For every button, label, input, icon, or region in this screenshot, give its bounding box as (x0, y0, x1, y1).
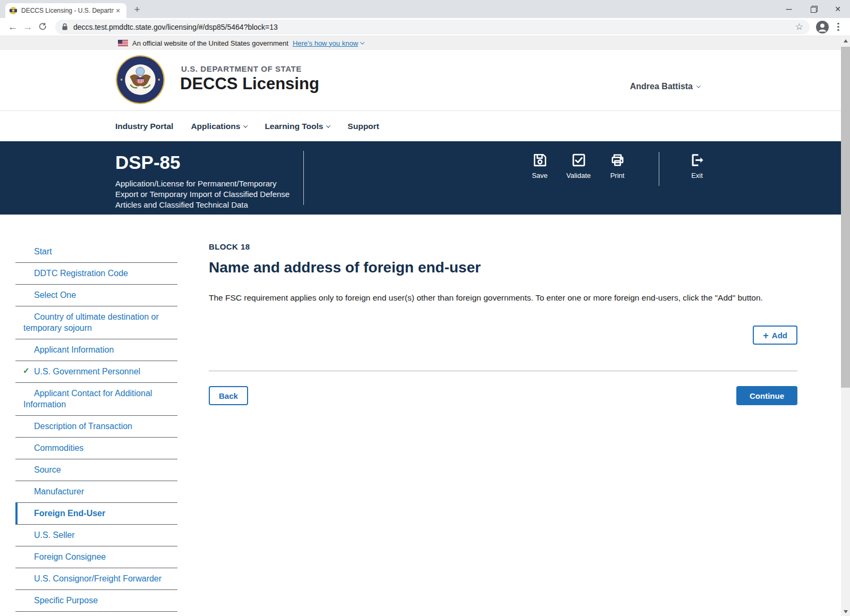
page-content: Start DDTC Registration Code Select One … (0, 215, 850, 616)
how-you-know-link[interactable]: Here's how you know (293, 39, 364, 47)
main-panel: BLOCK 18 Name and address of foreign end… (209, 242, 797, 405)
print-icon (609, 152, 626, 168)
us-flag-icon (118, 40, 128, 46)
tab-close-icon[interactable] (114, 6, 122, 15)
sidebar-item-u-s-government-personnel[interactable]: U.S. Government Personnel (15, 361, 177, 383)
chevron-down-icon (243, 123, 248, 127)
agency-label: U.S. DEPARTMENT OF STATE (181, 64, 302, 73)
window-restore-button[interactable] (801, 0, 826, 18)
sidebar-item-country-of-ultimate-destination-or-temporary-sojourn[interactable]: Country of ultimate destination or tempo… (15, 306, 177, 339)
save-icon (532, 152, 548, 168)
section-divider (209, 371, 797, 371)
url-bar[interactable]: deccs.test.pmddtc.state.gov/licensing/#/… (55, 20, 810, 35)
exit-button[interactable]: Exit (680, 152, 714, 179)
sidebar-item-select-one[interactable]: Select One (15, 285, 177, 306)
browser-profile-avatar[interactable] (816, 21, 829, 33)
sidebar-item-ddtc-registration-code[interactable]: DDTC Registration Code (15, 263, 177, 285)
sidebar-item-applicant-information[interactable]: Applicant Information (15, 339, 177, 361)
continue-button[interactable]: Continue (736, 386, 797, 405)
browser-tab[interactable]: DECCS Licensing - U.S. Departme (5, 3, 126, 18)
user-menu[interactable]: Andrea Battista (630, 82, 700, 91)
validate-button[interactable]: Validate (562, 152, 596, 179)
sidebar-item-u-s-seller[interactable]: U.S. Seller (15, 525, 177, 546)
new-tab-button[interactable] (130, 2, 144, 17)
nav-item-industry-portal[interactable]: Industry Portal (115, 122, 173, 131)
nav-item-applications[interactable]: Applications (191, 122, 247, 131)
save-button[interactable]: Save (523, 152, 557, 179)
form-step-sidebar: Start DDTC Registration Code Select One … (15, 241, 177, 612)
sidebar-item-start[interactable]: Start (15, 241, 177, 263)
sidebar-item-manufacturer[interactable]: Manufacturer (15, 481, 177, 503)
browser-toolbar: ← → deccs.test.pmddtc.state.gov/licensin… (0, 18, 850, 36)
forward-button[interactable]: → (20, 21, 35, 33)
chevron-down-icon (326, 123, 330, 127)
sidebar-item-applicant-contact-for-additional-information[interactable]: Applicant Contact for Additional Informa… (15, 383, 177, 416)
restore-icon (811, 6, 817, 12)
sidebar-item-foreign-end-user[interactable]: Foreign End-User (15, 503, 177, 525)
sidebar-item-specific-purpose[interactable]: Specific Purpose (15, 590, 177, 612)
reload-button[interactable] (35, 22, 50, 31)
official-banner-text: An official website of the United States… (132, 39, 288, 47)
form-banner: DSP-85 Application/License for Permanent… (0, 141, 850, 215)
print-button[interactable]: Print (600, 152, 634, 179)
favicon-icon (10, 7, 17, 14)
sidebar-item-commodities[interactable]: Commodities (15, 438, 177, 459)
window-minimize-button[interactable] (777, 0, 801, 18)
scrollbar-thumb[interactable] (841, 47, 850, 388)
tab-title: DECCS Licensing - U.S. Departme (21, 7, 114, 14)
url-text: deccs.test.pmddtc.state.gov/licensing/#/… (73, 23, 795, 31)
department-of-state-seal (115, 55, 165, 105)
back-button[interactable]: ← (5, 21, 20, 33)
page-scrollbar[interactable] (841, 36, 850, 616)
sidebar-item-foreign-consignee[interactable]: Foreign Consignee (15, 546, 177, 568)
sidebar-item-source[interactable]: Source (15, 459, 177, 481)
browser-tab-strip: DECCS Licensing - U.S. Departme (0, 0, 850, 18)
chevron-down-icon (360, 40, 364, 44)
official-gov-banner: An official website of the United States… (0, 36, 850, 50)
block-label: BLOCK 18 (209, 242, 797, 251)
back-form-button[interactable]: Back (209, 386, 248, 405)
form-description: Application/License for Permanent/Tempor… (115, 178, 293, 210)
exit-icon (689, 152, 706, 168)
lock-icon (62, 23, 68, 31)
page-title: Name and address of foreign end-user (209, 259, 797, 276)
window-close-button[interactable] (826, 0, 850, 18)
primary-nav: Industry Portal Applications Learning To… (0, 110, 850, 141)
browser-menu-button[interactable] (834, 23, 843, 31)
bookmark-star-icon[interactable] (795, 21, 803, 32)
add-button[interactable]: Add (753, 326, 797, 345)
sidebar-item-description-of-transaction[interactable]: Description of Transaction (15, 416, 177, 438)
user-name: Andrea Battista (630, 82, 693, 91)
nav-item-support[interactable]: Support (347, 122, 379, 131)
check-icon (23, 366, 30, 375)
form-code: DSP-85 (115, 152, 181, 173)
actions-divider (659, 152, 659, 186)
page-description: The FSC requirement applies only to fore… (209, 293, 797, 303)
app-title: DECCS Licensing (180, 74, 319, 93)
plus-icon (763, 330, 769, 341)
banner-divider (303, 151, 304, 205)
site-header: U.S. DEPARTMENT OF STATE DECCS Licensing… (0, 50, 850, 110)
nav-item-learning-tools[interactable]: Learning Tools (265, 122, 330, 131)
scroll-up-arrow[interactable] (841, 36, 850, 45)
chevron-down-icon (696, 83, 701, 88)
sidebar-item-u-s-consignor-freight-forwarder[interactable]: U.S. Consignor/Freight Forwarder (15, 568, 177, 590)
validate-icon (571, 152, 587, 168)
scroll-down-arrow[interactable] (841, 607, 850, 616)
